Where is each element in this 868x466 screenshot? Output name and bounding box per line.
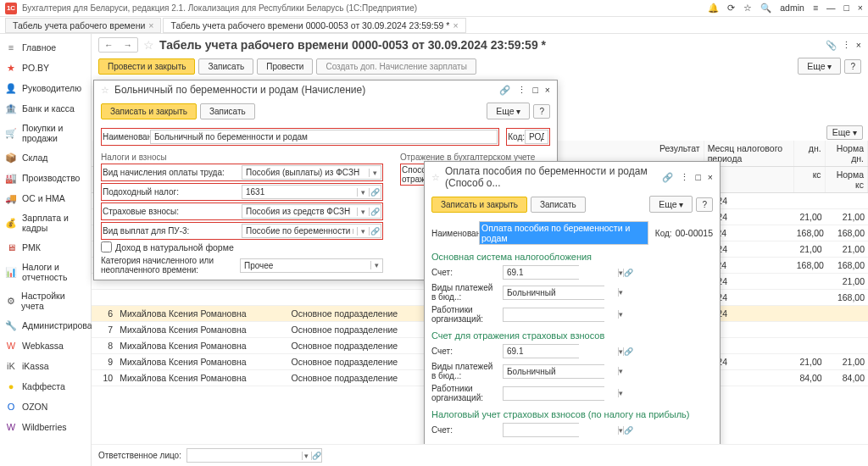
- win1-help-button[interactable]: ?: [533, 104, 550, 119]
- acct-input[interactable]: [504, 266, 618, 279]
- nav-back-icon[interactable]: ←: [99, 38, 119, 52]
- star-icon[interactable]: ☆: [743, 3, 752, 14]
- user-label[interactable]: admin: [780, 3, 804, 14]
- f1-input[interactable]: [242, 166, 369, 179]
- dropdown-icon[interactable]: ▾: [357, 188, 369, 197]
- w2-name-input[interactable]: Оплата пособия по беременности и родам: [480, 222, 648, 244]
- search-icon[interactable]: 🔍: [760, 3, 771, 14]
- sidebar-item[interactable]: 🛒Покупки и продажи: [0, 119, 91, 147]
- sidebar-icon: iK: [5, 360, 17, 372]
- sidebar-item[interactable]: 🚚ОС и НМА: [0, 188, 91, 208]
- win1-max-icon[interactable]: □: [533, 85, 538, 96]
- link-icon[interactable]: 🔗: [499, 85, 510, 96]
- sidebar-label: Зарплата и кадры: [22, 213, 86, 233]
- tab-1[interactable]: Табель учета рабочего времени×: [5, 18, 161, 33]
- org2-input[interactable]: [504, 387, 618, 400]
- sidebar-item[interactable]: 🔧Администрирование: [0, 315, 91, 336]
- win2-more-icon[interactable]: ⋮: [680, 172, 689, 183]
- f4-input[interactable]: [242, 225, 357, 237]
- dropdown-icon[interactable]: ▾: [618, 288, 623, 297]
- win2-save-close-button[interactable]: Записать и закрыть: [431, 197, 527, 213]
- sidebar-item[interactable]: 🏭Производство: [0, 168, 91, 188]
- open-icon[interactable]: 🔗: [311, 452, 321, 460]
- attach-icon[interactable]: 📎: [826, 40, 837, 51]
- post-close-button[interactable]: Провести и закрыть: [98, 58, 195, 75]
- acct2-input[interactable]: [504, 345, 618, 358]
- open-icon[interactable]: 🔗: [369, 208, 381, 216]
- tab-2[interactable]: Табель учета рабочего времени 0000-0053 …: [163, 18, 465, 33]
- dropdown-icon[interactable]: ▾: [357, 227, 369, 236]
- sidebar-item[interactable]: iKiKassa: [0, 356, 91, 376]
- sidebar-item[interactable]: ⚙Настройки учета: [0, 286, 91, 315]
- natural-income-checkbox[interactable]: [101, 241, 112, 252]
- doc-more-icon[interactable]: ⋮: [842, 40, 851, 51]
- f5-input[interactable]: [241, 259, 370, 272]
- win2-more-button[interactable]: Еще ▾: [649, 196, 693, 213]
- win2-close-icon[interactable]: ×: [708, 172, 713, 183]
- dropdown-icon[interactable]: ▾: [618, 389, 623, 397]
- open-icon[interactable]: 🔗: [369, 227, 381, 236]
- win1-more-button[interactable]: Еще ▾: [487, 103, 530, 119]
- sidebar-item[interactable]: WWebkassa: [0, 336, 91, 356]
- dropdown-icon[interactable]: ▾: [618, 310, 623, 319]
- win1-more-icon[interactable]: ⋮: [517, 85, 526, 96]
- app-title: Бухгалтерия для Беларуси, редакция 2.1. …: [22, 3, 708, 13]
- favorite-star-icon[interactable]: ☆: [143, 38, 154, 52]
- sidebar-item[interactable]: 👤Руководителю: [0, 78, 91, 98]
- close-icon[interactable]: ×: [858, 3, 863, 14]
- more-button[interactable]: Еще ▾: [798, 58, 841, 75]
- win2-star-icon[interactable]: ☆: [431, 172, 440, 182]
- sidebar-item[interactable]: ●Каффеста: [0, 376, 91, 397]
- post-button[interactable]: Провести: [257, 58, 313, 75]
- name-input[interactable]: [150, 130, 498, 144]
- dropdown-icon[interactable]: ▾: [302, 452, 311, 460]
- dropdown-icon[interactable]: ▾: [618, 367, 623, 375]
- history-icon[interactable]: ⟳: [727, 3, 735, 14]
- doc-close-icon[interactable]: ×: [856, 40, 861, 51]
- sidebar-item[interactable]: 🏦Банк и касса: [0, 98, 91, 119]
- sidebar-item[interactable]: 🖥РМК: [0, 237, 91, 258]
- sidebar-item[interactable]: 📦Склад: [0, 147, 91, 168]
- win1-star-icon[interactable]: ☆: [101, 85, 109, 95]
- pay2-input[interactable]: [504, 365, 618, 378]
- org-input[interactable]: [504, 308, 618, 321]
- link-icon[interactable]: 🔗: [662, 172, 673, 183]
- bell-icon[interactable]: 🔔: [708, 3, 719, 14]
- win2-help-button[interactable]: ?: [696, 197, 713, 212]
- sidebar-item[interactable]: OOZON: [0, 397, 91, 417]
- create-extra-button[interactable]: Создать доп. Начисление зарплаты: [316, 58, 476, 75]
- dropdown-icon[interactable]: ▾: [357, 208, 369, 216]
- minimize-icon[interactable]: —: [826, 3, 836, 14]
- open-icon[interactable]: 🔗: [623, 347, 633, 356]
- win2-max-icon[interactable]: □: [696, 172, 701, 183]
- save-button[interactable]: Записать: [198, 58, 253, 75]
- f2-input[interactable]: [242, 186, 357, 198]
- win1-save-button[interactable]: Записать: [200, 103, 255, 119]
- f3-input[interactable]: [242, 205, 357, 218]
- acct3-input[interactable]: [504, 424, 618, 436]
- dropdown-icon[interactable]: ▾: [369, 169, 381, 177]
- code-input[interactable]: [525, 130, 548, 144]
- win1-close-icon[interactable]: ×: [545, 85, 550, 96]
- win1-save-close-button[interactable]: Записать и закрыть: [101, 103, 197, 119]
- tab-close-icon[interactable]: ×: [148, 20, 153, 31]
- sidebar-item[interactable]: 💰Зарплата и кадры: [0, 208, 91, 237]
- sidebar-item[interactable]: 📊Налоги и отчетность: [0, 258, 91, 286]
- sidebar-item[interactable]: WWildberries: [0, 417, 91, 437]
- grid-more-button[interactable]: Еще ▾: [826, 125, 863, 140]
- sidebar-item[interactable]: ★PO.BY: [0, 58, 91, 78]
- open-icon[interactable]: 🔗: [623, 269, 633, 277]
- menu-icon[interactable]: ≡: [813, 3, 818, 14]
- responsible-input[interactable]: [187, 449, 302, 462]
- win2-save-button[interactable]: Записать: [531, 197, 586, 213]
- dropdown-icon[interactable]: ▾: [370, 261, 382, 269]
- tab-close-icon[interactable]: ×: [453, 20, 458, 31]
- pay-input[interactable]: [504, 286, 618, 299]
- help-button[interactable]: ?: [844, 59, 861, 74]
- sidebar-icon: ⚙: [5, 295, 16, 307]
- maximize-icon[interactable]: □: [844, 3, 849, 14]
- open-icon[interactable]: 🔗: [369, 188, 381, 197]
- nav-fwd-icon[interactable]: →: [119, 38, 138, 52]
- open-icon[interactable]: 🔗: [623, 426, 633, 435]
- sidebar-item[interactable]: ≡Главное: [0, 37, 91, 58]
